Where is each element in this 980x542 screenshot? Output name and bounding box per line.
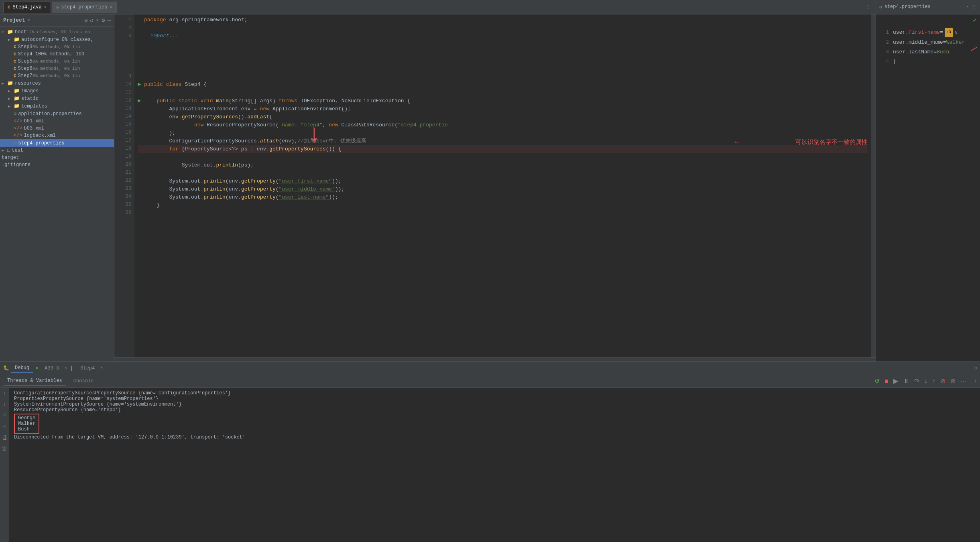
tree-item-b01xml[interactable]: ▶ </> b01.xml [0,118,114,125]
project-gear-icon[interactable]: ⚙ [102,17,105,24]
tree-item-static[interactable]: ▶ 📁 static [0,95,114,102]
xml-icon-b01: </> [14,118,22,124]
tree-item-step5[interactable]: ▶ C Step5 0% methods, 0% lin [0,58,114,65]
tree-item-images[interactable]: ▶ 📁 images [0,87,114,95]
project-refresh-icon[interactable]: ↺ [90,17,93,24]
pause-button[interactable]: ⏸ [902,377,910,386]
console-area[interactable]: ConfigurationPropertySourcesPropertySour… [9,388,980,542]
debug-tab-a39[interactable]: A39_3 [41,364,63,372]
stop-debug-button[interactable]: ⊘ [939,376,946,386]
code-line-21 [138,169,868,177]
tab-step4-java[interactable]: C Step4.java × [3,2,51,13]
console-line-bush: Bush [15,426,39,432]
console-line-2: PropertiesPropertySource {name='systemPr… [14,396,975,402]
code-line-11 [138,89,868,97]
tree-item-resources[interactable]: ▶ 📁 resources [0,79,114,87]
debug-subtab-threads[interactable]: Threads & Variables [3,377,66,386]
code-line-19 [138,153,868,161]
java-icon-step5: C [14,59,16,64]
props-line-4: 4 | [876,57,980,67]
tree-item-b03xml[interactable]: ▶ </> b03.xml [0,125,114,132]
props-middlename: user.middle_name=Walker [893,38,965,47]
filter-icon[interactable]: ≡ [3,412,6,418]
right-more-icon[interactable]: ⋮ [971,4,977,10]
expand-debug-icon[interactable]: ⊡ [974,365,977,371]
project-chevron[interactable]: ▾ [28,17,30,23]
tree-item-autoconfigure[interactable]: ▶ 📁 autoconfigure 0% classes, [0,36,114,43]
resume-button[interactable]: ▶ [893,376,899,386]
rerun-button[interactable]: ↺ [874,376,880,386]
project-panel: Project ▾ ⊕ ↺ × ⚙ — ▾ 📁 boot 12% classes… [0,14,114,361]
step-into-button[interactable]: ↓ [923,377,928,386]
code-line-26 [138,209,868,217]
project-close-icon[interactable]: × [96,17,99,24]
editor-scrollbar[interactable] [871,14,876,357]
tree-item-gitignore[interactable]: .gitignore [0,161,114,168]
right-panel: ✓ 1 user.first-name= ⚠3 ∧ 2 user.middle_… [876,14,980,361]
tree-label-step5: Step5 [18,59,33,64]
tree-item-target[interactable]: target [0,154,114,161]
tree-label-images: images [21,88,39,94]
filter-active-icon[interactable]: ≡ [3,423,6,430]
scroll-up-icon[interactable]: ↑ [3,391,6,397]
tree-arrow-test: ▶ [2,148,6,153]
xml-icon-logback: </> [14,133,22,138]
stop-button[interactable]: ■ [884,377,889,386]
scroll-down-icon[interactable]: ↓ [3,402,6,407]
tree-item-step4-properties[interactable]: ▶ ⚙ step4.properties [0,139,114,147]
tree-item-step7[interactable]: ▶ C Step7 0% methods, 0% lin [0,72,114,79]
right-props-tab-close[interactable]: × [966,5,969,9]
debug-tab-debug[interactable]: Debug [11,364,33,373]
right-props-icon: ⚙ [879,4,882,10]
clear-icon[interactable]: 🗑 [2,446,7,452]
tab-step4-properties-close[interactable]: × [110,5,112,10]
tree-label-b01xml: b01.xml [24,118,44,124]
tree-item-boot[interactable]: ▾ 📁 boot 12% classes, 9% lines co [0,28,114,36]
debug-tab-bar: 🐛 Debug ● A39_3 × | Step4 × ⊡ [0,362,980,374]
tree-item-templates[interactable]: ▶ 📁 templates [0,102,114,110]
console-line-disconnected: Disconnected from the target VM, address… [14,434,975,440]
project-add-icon[interactable]: ⊕ [84,17,87,24]
debug-tab-step4-close[interactable]: × [100,366,103,370]
tree-label-target: target [2,155,19,160]
editor-more-icon[interactable]: ⋮ [865,4,871,10]
tree-label-logbackxml: logback.xml [24,133,56,138]
more-debug-button[interactable]: ⋯ [960,376,968,386]
debug-side-icons: ↑ ↓ ≡ ≡ 🖨 🗑 [0,388,9,542]
project-minimize-icon[interactable]: — [108,17,111,24]
tree-item-step4[interactable]: ▶ C Step4 100% methods, 100 [0,51,114,58]
debug-tab-step4[interactable]: Step4 [76,364,99,372]
props-linenum-3: 3 [881,48,889,57]
editor-tab-bar: C Step4.java × ⚙ step4.properties × ⋮ ⚙ … [0,0,980,14]
tree-label-static: static [21,96,39,101]
step-out-button[interactable]: ↑ [931,377,936,386]
tree-item-test[interactable]: ▶ □ test [0,147,114,154]
tree-item-logbackxml[interactable]: ▶ </> logback.xml [0,132,114,139]
tab-step4-properties[interactable]: ⚙ step4.properties × [52,2,117,13]
tree-label-app-properties: application.properties [18,111,81,117]
tree-item-step6[interactable]: ▶ C Step6 0% methods, 0% lin [0,65,114,72]
props-icon-app: ⚙ [14,111,16,117]
code-line-23: System.out.println(env.getProperty("user… [138,185,868,193]
warning-chevron[interactable]: ∧ [954,28,957,37]
console-line-george: George [15,415,39,421]
mute-button[interactable]: ⊘ [950,376,956,386]
highlighted-output-box: George Walker Bush [14,414,39,434]
tree-label-step3: Step3 [18,44,33,50]
tree-item-application-properties[interactable]: ▶ ⚙ application.properties [0,110,114,118]
code-line-1: package org.springframework.boot; [138,16,868,24]
tab-step4-java-close[interactable]: × [44,5,47,10]
code-line-3: import ... [138,32,868,40]
run-gutter-10: ▶ [138,80,144,89]
code-line-2 [138,24,868,32]
props-linenum-4: 4 [881,57,889,66]
step-over-button[interactable]: ↷ [913,376,920,386]
tree-item-step3[interactable]: ▶ C Step3 0% methods, 0% lin [0,43,114,51]
project-tree: ▾ 📁 boot 12% classes, 9% lines co ▶ 📁 au… [0,26,114,361]
debug-subtab-console[interactable]: Console [69,377,98,385]
print-icon[interactable]: 🖨 [2,434,7,441]
java-icon-step6: C [14,66,16,71]
debug-tab-a39-close[interactable]: × [65,366,67,370]
horizontal-scrollbar[interactable] [114,357,876,361]
code-editor[interactable]: package org.springframework.boot; import… [134,14,871,357]
